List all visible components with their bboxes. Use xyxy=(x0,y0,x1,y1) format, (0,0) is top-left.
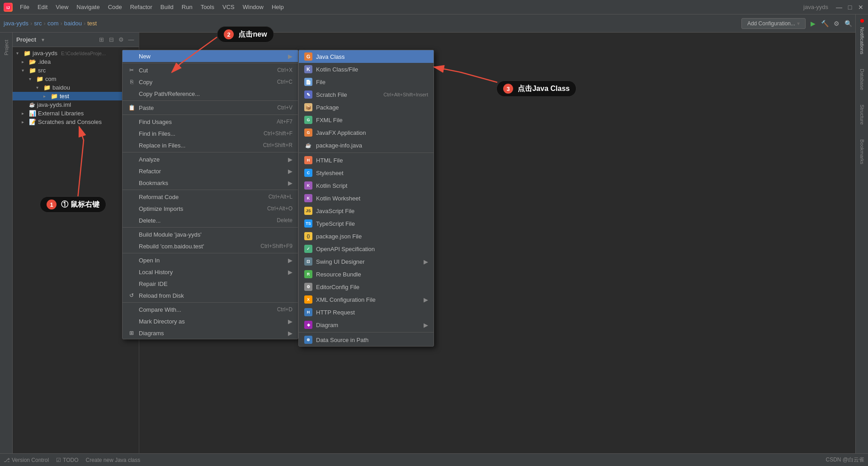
menu-vcs[interactable]: VCS xyxy=(219,2,238,12)
ctx-item-open-in[interactable]: Open In ▶ xyxy=(123,254,298,266)
tree-item-com[interactable]: ▾ 📁 com xyxy=(13,75,139,83)
breadcrumb-test[interactable]: test xyxy=(87,20,97,27)
version-control-status[interactable]: ⎇ Version Control xyxy=(4,457,49,463)
menu-code[interactable]: Code xyxy=(104,2,126,12)
panel-dropdown-arrow[interactable]: ▾ xyxy=(42,37,44,43)
ctx-label: Find Usages xyxy=(139,119,172,125)
submenu-item-html[interactable]: H HTML File xyxy=(299,154,434,166)
build-icon[interactable]: 🔨 xyxy=(820,19,829,28)
debug-icon[interactable]: ⚙ xyxy=(832,19,841,28)
breadcrumb-src[interactable]: src xyxy=(34,20,42,27)
ctx-item-copy-path[interactable]: Copy Path/Reference... xyxy=(123,88,298,100)
menu-build[interactable]: Build xyxy=(157,2,177,12)
ctx-item-find-files[interactable]: Find in Files... Ctrl+Shift+F xyxy=(123,128,298,139)
tree-item-test[interactable]: ▸ 📁 test xyxy=(13,92,139,100)
ctx-item-find-usages[interactable]: Find Usages Alt+F7 xyxy=(123,116,298,128)
menu-refactor[interactable]: Refactor xyxy=(127,2,156,12)
submenu-item-pkg-info[interactable]: ☕ package-info.java xyxy=(299,139,434,152)
tree-item-scratches[interactable]: ▸ 📝 Scratches and Consoles xyxy=(13,118,139,126)
menu-edit[interactable]: Edit xyxy=(34,2,51,12)
project-tree: ▾ 📁 java-yyds E:\Code\IdeaProje... ▸ 📂 .… xyxy=(13,47,139,453)
tree-item-baidou[interactable]: ▾ 📁 baidou xyxy=(13,83,139,92)
menu-navigate[interactable]: Navigate xyxy=(73,2,103,12)
ctx-item-diagrams[interactable]: ⊞ Diagrams ▶ xyxy=(123,327,298,339)
submenu-item-datasource[interactable]: ⊗ Data Source in Path xyxy=(299,333,434,346)
breadcrumb-baidou[interactable]: baidou xyxy=(64,20,82,27)
submenu-item-fxml[interactable]: G FXML File xyxy=(299,114,434,126)
callout-2: 2 点击new xyxy=(217,26,274,43)
ctx-item-local-history[interactable]: Local History ▶ xyxy=(123,266,298,278)
submenu-item-editorconfig[interactable]: ⚙ EditorConfig File xyxy=(299,281,434,293)
ctx-item-replace-files[interactable]: Replace in Files... Ctrl+Shift+R xyxy=(123,139,298,151)
create-java-status[interactable]: Create new Java class xyxy=(86,457,141,463)
breadcrumb-project[interactable]: java-yyds xyxy=(4,20,28,27)
submenu-item-java-class[interactable]: G Java Class xyxy=(299,50,434,63)
ctx-item-copy[interactable]: ⎘ Copy Ctrl+C xyxy=(123,76,298,88)
tree-item-src[interactable]: ▾ 📁 src xyxy=(13,66,139,75)
diagram-arrow-icon: ▶ xyxy=(424,322,428,328)
ctx-item-paste[interactable]: 📋 Paste Ctrl+V xyxy=(123,102,298,114)
ctx-item-reload[interactable]: ↺ Reload from Disk xyxy=(123,290,298,301)
panel-icon-settings[interactable]: ⚙ xyxy=(117,36,125,44)
submenu-item-openapi[interactable]: ✓ OpenAPI Specification xyxy=(299,243,434,255)
ctx-item-optimize[interactable]: Optimize Imports Ctrl+Alt+O xyxy=(123,203,298,214)
sidebar-project-tab[interactable]: Project xyxy=(4,36,9,59)
database-tab[interactable]: Database xyxy=(859,65,865,94)
menu-run[interactable]: Run xyxy=(178,2,196,12)
submenu-item-kotlin-script[interactable]: K Kotlin Script xyxy=(299,179,434,192)
submenu-item-package[interactable]: 📦 Package xyxy=(299,101,434,114)
ctx-item-new[interactable]: New ▶ xyxy=(123,50,298,62)
add-configuration-button[interactable]: Add Configuration... ▾ xyxy=(741,18,806,29)
ctx-item-build-module[interactable]: Build Module 'java-yyds' xyxy=(123,228,298,240)
todo-status[interactable]: ☑ TODO xyxy=(56,457,78,463)
tree-label: src xyxy=(38,67,46,74)
bookmarks-tab[interactable]: Bookmarks xyxy=(859,136,865,168)
ctx-item-cut[interactable]: ✂ Cut Ctrl+X xyxy=(123,64,298,76)
run-button[interactable]: ▶ xyxy=(808,19,817,28)
submenu-arrow-icon: ▶ xyxy=(288,180,292,186)
ctx-item-mark-dir[interactable]: Mark Directory as ▶ xyxy=(123,315,298,327)
panel-icon-expand[interactable]: ⊞ xyxy=(97,36,105,44)
submenu-item-css[interactable]: C Stylesheet xyxy=(299,166,434,179)
ctx-item-rebuild[interactable]: Rebuild 'com.baidou.test' Ctrl+Shift+F9 xyxy=(123,240,298,252)
menu-tools[interactable]: Tools xyxy=(197,2,218,12)
ctx-item-refactor[interactable]: Refactor ▶ xyxy=(123,165,298,177)
submenu-item-scratch[interactable]: ✎ Scratch File Ctrl+Alt+Shift+Insert xyxy=(299,88,434,101)
structure-tab[interactable]: Structure xyxy=(859,101,865,128)
search-icon[interactable]: 🔍 xyxy=(844,19,853,28)
tree-item-ext-libs[interactable]: ▸ 📊 External Libraries xyxy=(13,109,139,118)
submenu-item-js[interactable]: JS JavaScript File xyxy=(299,204,434,217)
close-button[interactable]: ✕ xyxy=(857,4,864,11)
submenu-item-ts[interactable]: TS TypeScript File xyxy=(299,217,434,230)
minimize-button[interactable]: — xyxy=(835,4,843,11)
ctx-item-repair-ide[interactable]: Repair IDE xyxy=(123,278,298,290)
ctx-item-compare[interactable]: Compare With... Ctrl+D xyxy=(123,304,298,315)
tree-item-iml[interactable]: ▸ ☕ java-yyds.iml xyxy=(13,100,139,109)
menu-file[interactable]: File xyxy=(16,2,33,12)
notifications-tab[interactable]: Notifications xyxy=(859,24,865,58)
submenu-item-resource-bundle[interactable]: R Resource Bundle xyxy=(299,268,434,281)
menu-help[interactable]: Help xyxy=(268,2,288,12)
submenu-item-javafx[interactable]: G JavaFX Application xyxy=(299,126,434,139)
submenu-item-diagram[interactable]: ◈ Diagram ▶ xyxy=(299,319,434,331)
submenu-item-kotlin-class[interactable]: K Kotlin Class/File xyxy=(299,63,434,76)
menu-view[interactable]: View xyxy=(52,2,72,12)
submenu-item-kotlin-worksheet[interactable]: K Kotlin Worksheet xyxy=(299,192,434,204)
breadcrumb-com[interactable]: com xyxy=(47,20,59,27)
maximize-button[interactable]: □ xyxy=(846,4,854,11)
menu-window[interactable]: Window xyxy=(239,2,267,12)
submenu-item-swing[interactable]: ⊡ Swing UI Designer ▶ xyxy=(299,255,434,268)
panel-icon-collapse[interactable]: ⊟ xyxy=(107,36,115,44)
tree-item-root[interactable]: ▾ 📁 java-yyds E:\Code\IdeaProje... xyxy=(13,49,139,57)
tree-item-idea[interactable]: ▸ 📂 .idea xyxy=(13,57,139,66)
ctx-item-delete[interactable]: Delete... Delete xyxy=(123,214,298,226)
panel-icon-close[interactable]: — xyxy=(127,36,135,44)
submenu-item-file[interactable]: 📄 File xyxy=(299,76,434,88)
rebuild-icon xyxy=(128,243,135,250)
submenu-item-xml-config[interactable]: X XML Configuration File ▶ xyxy=(299,293,434,306)
submenu-item-http[interactable]: H HTTP Request xyxy=(299,306,434,319)
ctx-item-reformat[interactable]: Reformat Code Ctrl+Alt+L xyxy=(123,191,298,203)
ctx-item-bookmarks[interactable]: Bookmarks ▶ xyxy=(123,177,298,189)
submenu-item-pkg-json[interactable]: {} package.json File xyxy=(299,230,434,243)
ctx-item-analyze[interactable]: Analyze ▶ xyxy=(123,153,298,165)
